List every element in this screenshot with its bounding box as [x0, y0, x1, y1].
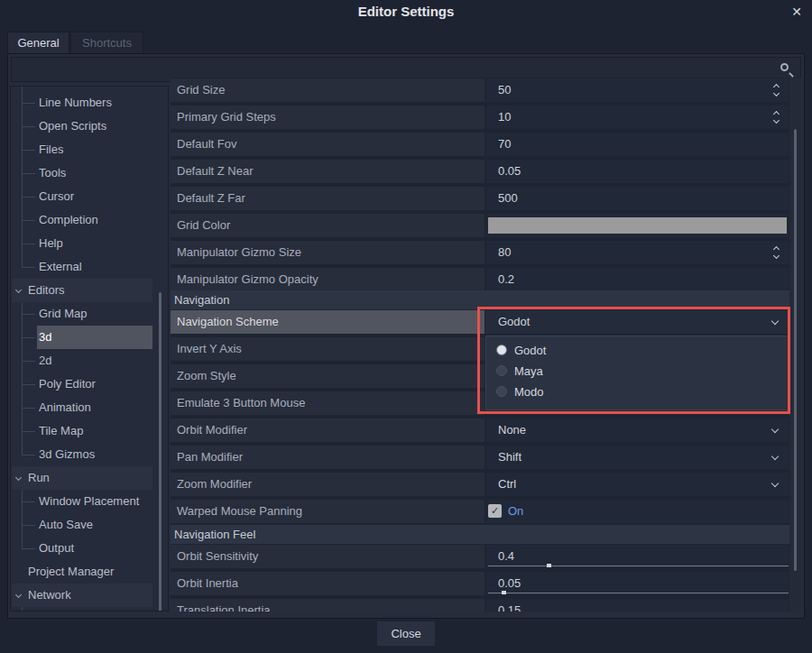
option-maya[interactable]: Maya [486, 361, 788, 382]
sidebar-item-network[interactable]: Network [28, 584, 71, 607]
chevron-down-icon [771, 453, 779, 460]
setting-label: Default Z Near [171, 160, 484, 183]
sidebar-item-tools[interactable]: Tools [39, 161, 66, 185]
pan-modifier-dropdown[interactable]: Shift [486, 446, 789, 469]
spinner-updown-icon[interactable] [772, 84, 781, 97]
grid-size-spinbox[interactable]: 50 [486, 78, 789, 102]
setting-row: Grid Color [171, 214, 789, 237]
sidebar-item-auto-save[interactable]: Auto Save [39, 513, 93, 537]
chevron-down-icon [771, 426, 779, 433]
sidebar-item-poly-editor[interactable]: Poly Editor [39, 372, 96, 396]
dialog-title: Editor Settings [0, 4, 812, 19]
sidebar-item-help[interactable]: Help [39, 232, 63, 255]
slider-grabber[interactable] [502, 591, 506, 594]
setting-value: 500 [498, 187, 518, 210]
setting-row: Orbit Sensitivity 0.4 [171, 545, 789, 568]
setting-value: Shift [498, 446, 521, 469]
close-button[interactable]: Close [377, 621, 435, 646]
sidebar-item-output[interactable]: Output [39, 537, 74, 560]
setting-value: 0.05 [498, 160, 521, 183]
setting-value: 10 [498, 106, 511, 129]
orbit-modifier-dropdown[interactable]: None [486, 418, 789, 442]
spinner-updown-icon[interactable] [772, 111, 781, 124]
tree-guide [22, 87, 23, 267]
section-header-navigation-feel: Navigation Feel [171, 525, 789, 544]
default-z-near-field[interactable]: 0.05 [486, 160, 789, 183]
translation-inertia-slider[interactable]: 0.15 [486, 599, 789, 612]
setting-value: 0.2 [498, 268, 514, 291]
slider-track[interactable] [488, 593, 789, 593]
tab-shortcuts[interactable]: Shortcuts [70, 32, 143, 53]
close-x-icon[interactable] [789, 4, 805, 20]
option-godot[interactable]: Godot [486, 340, 788, 361]
setting-row: Manipulator Gizmo Opacity 0.2 [171, 268, 789, 291]
setting-value: 70 [498, 133, 511, 156]
option-modo[interactable]: Modo [486, 382, 788, 402]
default-fov-field[interactable]: 70 [486, 133, 789, 156]
sidebar-item-editors[interactable]: Editors [28, 279, 64, 302]
setting-value: 50 [498, 78, 511, 102]
sidebar-item-2d[interactable]: 2d [39, 349, 51, 372]
orbit-sensitivity-slider[interactable]: 0.4 [486, 545, 789, 568]
bool-label: On [508, 500, 523, 523]
chevron-down-icon [771, 317, 779, 325]
orbit-inertia-slider[interactable]: 0.05 [486, 572, 789, 595]
sidebar-item-3d-gizmos[interactable]: 3d Gizmos [39, 443, 95, 466]
sidebar-item-completion[interactable]: Completion [39, 208, 98, 232]
editor-settings-dialog: Editor Settings General Shortcuts Line N… [0, 0, 812, 653]
sidebar-item-run[interactable]: Run [28, 466, 50, 490]
warped-mouse-panning-checkbox[interactable]: On [486, 500, 789, 523]
sidebar-item-project-manager[interactable]: Project Manager [28, 560, 114, 584]
setting-row: Default Z Far 500 [171, 187, 789, 210]
selected-row-highlight [37, 326, 152, 349]
setting-row: Default Z Near 0.05 [171, 160, 789, 183]
zoom-modifier-dropdown[interactable]: Ctrl [486, 473, 789, 496]
setting-row: Pan Modifier Shift [171, 446, 789, 469]
sidebar-item-external[interactable]: External [39, 255, 82, 279]
setting-value: 80 [498, 241, 511, 264]
sections-tree: Line Numbers Open Scripts Files Tools Cu… [10, 86, 169, 612]
sidebar-item-line-numbers[interactable]: Line Numbers [39, 91, 112, 115]
sidebar-item-tile-map[interactable]: Tile Map [39, 419, 83, 443]
navigation-scheme-dropdown[interactable]: Godot [485, 310, 789, 334]
setting-row: Default Fov 70 [171, 133, 789, 156]
radio-unselected-icon [496, 386, 507, 397]
grid-color-picker[interactable] [486, 214, 789, 237]
tab-general[interactable]: General [7, 32, 69, 53]
sidebar-item-grid-map[interactable]: Grid Map [39, 302, 87, 326]
setting-label: Orbit Modifier [171, 418, 484, 442]
setting-label: Default Z Far [171, 187, 484, 210]
sidebar-item-3d[interactable]: 3d [39, 326, 51, 349]
setting-label: Zoom Modifier [171, 473, 484, 496]
setting-label: Orbit Sensitivity [171, 545, 484, 568]
setting-label: Grid Size [171, 78, 484, 102]
chevron-down-icon [771, 480, 779, 487]
manipulator-gizmo-size-spinbox[interactable]: 80 [486, 241, 789, 264]
checkbox-checked-icon[interactable] [488, 504, 502, 518]
manipulator-gizmo-opacity-field[interactable]: 0.2 [486, 268, 789, 291]
setting-row: Zoom Modifier Ctrl [171, 473, 789, 496]
setting-value: None [498, 418, 526, 442]
sidebar-item-cursor[interactable]: Cursor [39, 185, 74, 208]
setting-row: Warped Mouse Panning On [171, 500, 789, 523]
setting-row: Primary Grid Steps 10 [171, 106, 789, 129]
color-swatch[interactable] [488, 217, 787, 234]
setting-label: Manipulator Gizmo Opacity [171, 268, 484, 291]
setting-label: Orbit Inertia [171, 572, 484, 595]
section-header-navigation: Navigation [171, 290, 789, 309]
slider-grabber[interactable] [547, 564, 551, 567]
sidebar-item-animation[interactable]: Animation [39, 396, 91, 419]
settings-scrollbar[interactable] [794, 129, 797, 571]
slider-track[interactable] [488, 566, 789, 566]
sidebar-scrollbar[interactable] [159, 292, 161, 612]
setting-label: Emulate 3 Button Mouse [171, 391, 484, 415]
default-z-far-field[interactable]: 500 [486, 187, 789, 210]
sidebar-item-window-placement[interactable]: Window Placement [39, 490, 139, 513]
spinner-updown-icon[interactable] [772, 246, 781, 259]
sidebar-item-files[interactable]: Files [39, 138, 63, 161]
sidebar-item-open-scripts[interactable]: Open Scripts [39, 115, 106, 138]
setting-label: Translation Inertia [171, 599, 484, 612]
primary-grid-steps-spinbox[interactable]: 10 [486, 106, 789, 129]
setting-label-highlighted: Navigation Scheme [171, 310, 484, 334]
tree-guide [22, 607, 23, 612]
